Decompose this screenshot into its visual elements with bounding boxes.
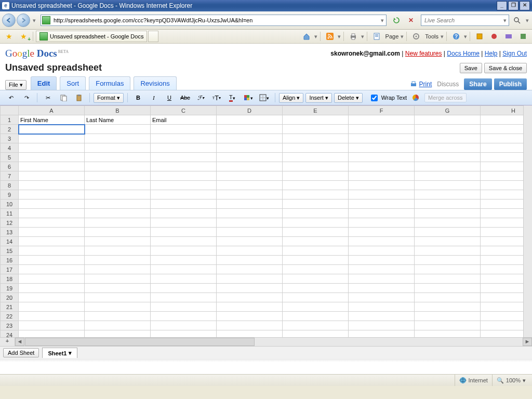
cell-H9[interactable] bbox=[481, 190, 524, 200]
col-header-C[interactable]: C bbox=[151, 106, 217, 115]
help-button[interactable]: ? bbox=[449, 31, 463, 42]
sheet-tab-dropdown-icon[interactable]: ▾ bbox=[69, 350, 72, 356]
col-header-D[interactable]: D bbox=[217, 106, 283, 115]
cell-A22[interactable] bbox=[19, 312, 85, 321]
cell-F4[interactable] bbox=[349, 143, 415, 153]
hscroll-left[interactable]: ◄ bbox=[15, 338, 24, 346]
cell-E4[interactable] bbox=[283, 143, 349, 153]
row-header[interactable]: 9 bbox=[1, 190, 19, 200]
cell-F17[interactable] bbox=[349, 265, 415, 274]
cell-C9[interactable] bbox=[151, 190, 217, 200]
cell-F24[interactable] bbox=[349, 330, 415, 338]
cell-B11[interactable] bbox=[85, 209, 151, 218]
row-header[interactable]: 22 bbox=[1, 312, 19, 321]
print-button[interactable] bbox=[347, 31, 360, 42]
col-header-E[interactable]: E bbox=[283, 106, 349, 115]
cell-C3[interactable] bbox=[151, 134, 217, 143]
cell-D7[interactable] bbox=[217, 171, 283, 181]
cell-E16[interactable] bbox=[283, 256, 349, 265]
cell-D3[interactable] bbox=[217, 134, 283, 143]
cell-G23[interactable] bbox=[415, 321, 481, 330]
cell-E14[interactable] bbox=[283, 237, 349, 246]
underline-button[interactable]: U bbox=[163, 92, 176, 103]
cell-G21[interactable] bbox=[415, 302, 481, 312]
cell-C22[interactable] bbox=[151, 312, 217, 321]
cell-H21[interactable] bbox=[481, 302, 524, 312]
cell-G20[interactable] bbox=[415, 293, 481, 302]
cell-C15[interactable] bbox=[151, 246, 217, 256]
new-features-link[interactable]: New features bbox=[405, 50, 442, 57]
publish-button[interactable]: Publish bbox=[494, 78, 527, 90]
cell-H5[interactable] bbox=[481, 153, 524, 162]
cell-E19[interactable] bbox=[283, 284, 349, 293]
cell-A7[interactable] bbox=[19, 171, 85, 181]
cell-C12[interactable] bbox=[151, 218, 217, 228]
cell-E23[interactable] bbox=[283, 321, 349, 330]
cell-B7[interactable] bbox=[85, 171, 151, 181]
add-sheet-button[interactable]: Add Sheet bbox=[3, 348, 39, 357]
url-dropdown-icon[interactable]: ▾ bbox=[380, 17, 385, 24]
cell-E13[interactable] bbox=[283, 228, 349, 237]
col-header-F[interactable]: F bbox=[349, 106, 415, 115]
ext-icon-4[interactable] bbox=[516, 31, 530, 42]
cell-F14[interactable] bbox=[349, 237, 415, 246]
cell-B2[interactable] bbox=[85, 125, 151, 134]
undo-button[interactable]: ↶ bbox=[4, 92, 18, 103]
row-header[interactable]: 18 bbox=[1, 274, 19, 284]
cell-F7[interactable] bbox=[349, 171, 415, 181]
page-dd[interactable]: ▾ bbox=[401, 33, 404, 40]
tools-menu-label[interactable]: Tools bbox=[424, 33, 440, 39]
cell-C7[interactable] bbox=[151, 171, 217, 181]
cell-D19[interactable] bbox=[217, 284, 283, 293]
cell-F18[interactable] bbox=[349, 274, 415, 284]
cell-D20[interactable] bbox=[217, 293, 283, 302]
cell-A14[interactable] bbox=[19, 237, 85, 246]
paste-button[interactable] bbox=[72, 92, 86, 103]
font-size-button[interactable]: TT▾ bbox=[210, 92, 223, 103]
cell-E8[interactable] bbox=[283, 181, 349, 190]
cell-D4[interactable] bbox=[217, 143, 283, 153]
cell-D10[interactable] bbox=[217, 200, 283, 209]
redo-button[interactable]: ↷ bbox=[20, 92, 33, 103]
search-input[interactable] bbox=[423, 17, 503, 24]
cell-D12[interactable] bbox=[217, 218, 283, 228]
cell-E2[interactable] bbox=[283, 125, 349, 134]
cell-G16[interactable] bbox=[415, 256, 481, 265]
cell-A18[interactable] bbox=[19, 274, 85, 284]
stop-button[interactable]: ✕ bbox=[404, 15, 418, 26]
cell-H2[interactable] bbox=[481, 125, 524, 134]
tab-revisions[interactable]: Revisions bbox=[134, 76, 176, 90]
cell-H6[interactable] bbox=[481, 162, 524, 171]
row-header[interactable]: 13 bbox=[1, 228, 19, 237]
cell-H23[interactable] bbox=[481, 321, 524, 330]
cell-A11[interactable] bbox=[19, 209, 85, 218]
cell-D14[interactable] bbox=[217, 237, 283, 246]
cell-E11[interactable] bbox=[283, 209, 349, 218]
ext-icon-2[interactable] bbox=[487, 31, 501, 42]
address-bar[interactable]: ▾ bbox=[41, 15, 387, 26]
cell-G4[interactable] bbox=[415, 143, 481, 153]
cell-F16[interactable] bbox=[349, 256, 415, 265]
cell-G14[interactable] bbox=[415, 237, 481, 246]
nav-history-dropdown[interactable]: ▾ bbox=[31, 15, 37, 26]
cell-A24[interactable] bbox=[19, 330, 85, 338]
col-header-H[interactable]: H bbox=[481, 106, 524, 115]
search-options-dropdown[interactable]: ▾ bbox=[525, 17, 530, 24]
cell-H1[interactable] bbox=[481, 115, 524, 125]
forward-button[interactable] bbox=[17, 14, 30, 27]
insert-menu[interactable]: Insert ▾ bbox=[305, 93, 332, 103]
cell-B22[interactable] bbox=[85, 312, 151, 321]
url-input[interactable] bbox=[52, 17, 380, 24]
hscroll-thumb[interactable] bbox=[25, 338, 255, 346]
cell-A2[interactable] bbox=[19, 125, 85, 134]
cell-D24[interactable] bbox=[217, 330, 283, 338]
row-header[interactable]: 19 bbox=[1, 284, 19, 293]
tab-sort[interactable]: Sort bbox=[60, 76, 86, 90]
cell-H17[interactable] bbox=[481, 265, 524, 274]
cell-H22[interactable] bbox=[481, 312, 524, 321]
cell-D17[interactable] bbox=[217, 265, 283, 274]
col-header-G[interactable]: G bbox=[415, 106, 481, 115]
row-header[interactable]: 7 bbox=[1, 171, 19, 181]
home-button[interactable] bbox=[300, 31, 313, 42]
tools-dd[interactable]: ▾ bbox=[441, 33, 444, 40]
